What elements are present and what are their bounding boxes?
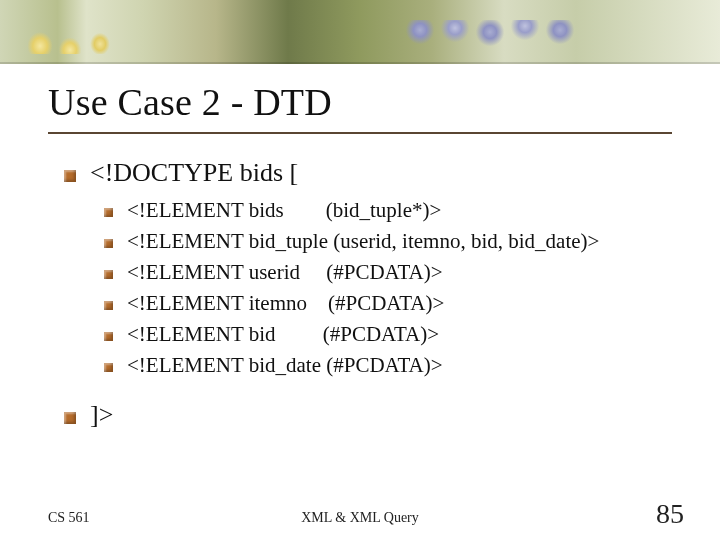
sub-list: <!ELEMENT bids (bid_tuple*)> <!ELEMENT b…	[104, 198, 672, 378]
bullet-icon	[104, 270, 113, 279]
list-item: <!ELEMENT bid_date (#PCDATA)>	[104, 353, 672, 378]
slide-content: Use Case 2 - DTD <!DOCTYPE bids [ <!ELEM…	[48, 80, 672, 440]
element-decl: <!ELEMENT bid_tuple (userid, itemno, bid…	[127, 229, 599, 254]
bullet-icon	[104, 363, 113, 372]
element-decl: <!ELEMENT userid (#PCDATA)>	[127, 260, 443, 285]
footer-left: CS 561	[48, 510, 90, 526]
page-number: 85	[656, 498, 684, 530]
bullet-icon	[64, 170, 76, 182]
list-item: <!ELEMENT bids (bid_tuple*)>	[104, 198, 672, 223]
footer-center: XML & XML Query	[301, 510, 419, 526]
list-item: ]>	[64, 400, 672, 430]
slide-footer: CS 561 XML & XML Query 85	[0, 502, 720, 526]
list-item: <!ELEMENT bid (#PCDATA)>	[104, 322, 672, 347]
list-item: <!ELEMENT itemno (#PCDATA)>	[104, 291, 672, 316]
element-decl: <!ELEMENT itemno (#PCDATA)>	[127, 291, 444, 316]
doctype-open: <!DOCTYPE bids [	[90, 158, 298, 188]
bullet-icon	[64, 412, 76, 424]
list-item: <!ELEMENT bid_tuple (userid, itemno, bid…	[104, 229, 672, 254]
element-decl: <!ELEMENT bids (bid_tuple*)>	[127, 198, 441, 223]
doctype-close: ]>	[90, 400, 113, 430]
bullet-icon	[104, 208, 113, 217]
list-item: <!DOCTYPE bids [	[64, 158, 672, 188]
bullet-list: <!DOCTYPE bids [ <!ELEMENT bids (bid_tup…	[64, 158, 672, 430]
element-decl: <!ELEMENT bid_date (#PCDATA)>	[127, 353, 443, 378]
bullet-icon	[104, 332, 113, 341]
bullet-icon	[104, 239, 113, 248]
decorative-banner	[0, 0, 720, 64]
element-decl: <!ELEMENT bid (#PCDATA)>	[127, 322, 439, 347]
bullet-icon	[104, 301, 113, 310]
list-item: <!ELEMENT userid (#PCDATA)>	[104, 260, 672, 285]
slide-title: Use Case 2 - DTD	[48, 80, 672, 134]
